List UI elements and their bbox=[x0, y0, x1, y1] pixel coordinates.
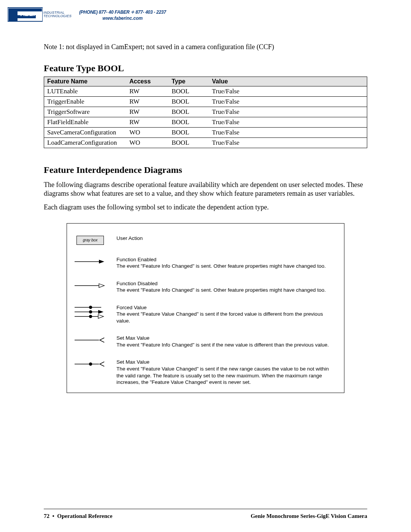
symbol-disabled-arrow-icon bbox=[75, 280, 106, 291]
faber-logo-icon: ABER bbox=[8, 7, 43, 22]
cell-value: True/False bbox=[209, 117, 367, 128]
website-line: www.faberinc.com bbox=[79, 15, 166, 21]
cell-name: SaveCameraConfiguration bbox=[44, 128, 127, 138]
cell-value: True/False bbox=[209, 107, 367, 117]
legend-desc: The event "Feature Info Changed" is sent… bbox=[116, 287, 326, 293]
legend-title: Forced Value bbox=[116, 304, 336, 311]
legend-desc: The event "Feature Info Changed" is sent… bbox=[116, 263, 326, 269]
th-type: Type bbox=[169, 77, 209, 86]
legend-desc: The event "Feature Value Changed" is sen… bbox=[116, 311, 323, 324]
gray-box-label: gray box bbox=[76, 236, 104, 245]
brand-logo: ABER INDUSTRIAL TECHNOLOGIES bbox=[8, 7, 72, 22]
svg-marker-10 bbox=[98, 310, 104, 314]
legend-row-set-max-value-2: Set Max Value The event "Feature Value C… bbox=[75, 359, 336, 385]
footer-section: Operational Reference bbox=[57, 513, 112, 519]
cell-type: BOOL bbox=[169, 86, 209, 97]
cell-type: BOOL bbox=[169, 117, 209, 128]
cell-name: TriggerEnable bbox=[44, 97, 127, 107]
svg-point-9 bbox=[89, 310, 92, 313]
legend-title: User Action bbox=[116, 235, 143, 242]
th-name: Feature Name bbox=[44, 77, 127, 86]
feature-table: Feature Name Access Type Value LUTEnable… bbox=[44, 77, 367, 148]
svg-text:ABER: ABER bbox=[20, 11, 38, 17]
legend-row-forced-value: Forced Value The event "Feature Value Ch… bbox=[75, 304, 336, 324]
legend-desc: The event "Feature Info Changed" is sent… bbox=[116, 342, 329, 348]
legend-text: Function Enabled The event "Feature Info… bbox=[116, 256, 326, 270]
svg-marker-3 bbox=[99, 260, 104, 264]
legend-text: Set Max Value The event "Feature Info Ch… bbox=[116, 335, 329, 348]
cell-access: RW bbox=[126, 107, 169, 117]
table-row: TriggerEnable RW BOOL True/False bbox=[44, 97, 367, 107]
legend-row-function-enabled: Function Enabled The event "Feature Info… bbox=[75, 256, 336, 270]
symbol-set-max-value-dot-icon bbox=[75, 359, 106, 369]
cell-type: BOOL bbox=[169, 138, 209, 148]
legend-text: User Action bbox=[116, 235, 143, 242]
svg-point-7 bbox=[89, 305, 92, 308]
th-access: Access bbox=[126, 77, 169, 86]
symbol-forced-value-icon bbox=[75, 304, 106, 320]
cell-type: BOOL bbox=[169, 128, 209, 138]
legend-title: Function Disabled bbox=[116, 280, 326, 287]
document-page: ABER INDUSTRIAL TECHNOLOGIES (PHONE) 877… bbox=[0, 0, 411, 532]
cell-type: BOOL bbox=[169, 107, 209, 117]
diagram-para-1: The following diagrams describe operatio… bbox=[44, 181, 367, 198]
legend-row-user-action: gray box User Action bbox=[75, 235, 336, 246]
diagram-para-2: Each diagram uses the following symbol s… bbox=[44, 203, 367, 212]
table-row: TriggerSoftware RW BOOL True/False bbox=[44, 107, 367, 117]
cell-access: WO bbox=[126, 128, 169, 138]
page-header: ABER INDUSTRIAL TECHNOLOGIES (PHONE) 877… bbox=[8, 7, 367, 22]
note-1: Note 1: not displayed in CamExpert; not … bbox=[44, 43, 367, 51]
cell-access: RW bbox=[126, 97, 169, 107]
section-title-diagrams: Feature Interdependence Diagrams bbox=[44, 165, 367, 175]
phone-line: (PHONE) 877- 40 FABER ✧ 877- 403 - 2237 bbox=[79, 9, 166, 15]
footer-rule bbox=[44, 509, 367, 509]
cell-type: BOOL bbox=[169, 97, 209, 107]
legend-box: gray box User Action Function Enabled Th… bbox=[67, 223, 344, 393]
symbol-set-max-value-icon bbox=[75, 335, 106, 345]
logo-line2: TECHNOLOGIES bbox=[43, 14, 72, 18]
footer-left: 72 • Operational Reference bbox=[44, 513, 112, 519]
table-row: SaveCameraConfiguration WO BOOL True/Fal… bbox=[44, 128, 367, 138]
cell-name: FlatFieldEnable bbox=[44, 117, 127, 128]
table-row: LUTEnable RW BOOL True/False bbox=[44, 86, 367, 97]
cell-value: True/False bbox=[209, 86, 367, 97]
cell-access: RW bbox=[126, 117, 169, 128]
cell-value: True/False bbox=[209, 97, 367, 107]
legend-row-set-max-value-1: Set Max Value The event "Feature Info Ch… bbox=[75, 335, 336, 348]
legend-text: Forced Value The event "Feature Value Ch… bbox=[116, 304, 336, 324]
svg-marker-13 bbox=[98, 315, 104, 318]
section-title-bool: Feature Type BOOL bbox=[44, 63, 367, 73]
symbol-enabled-arrow-icon bbox=[75, 256, 106, 267]
th-value: Value bbox=[209, 77, 367, 86]
logo-subtext: INDUSTRIAL TECHNOLOGIES bbox=[43, 11, 72, 18]
legend-title: Set Max Value bbox=[116, 335, 329, 342]
cell-value: True/False bbox=[209, 138, 367, 148]
cell-name: LoadCameraConfiguration bbox=[44, 138, 127, 148]
page-number: 72 bbox=[44, 513, 49, 519]
cell-access: WO bbox=[126, 138, 169, 148]
legend-title: Set Max Value bbox=[116, 359, 336, 366]
legend-text: Set Max Value The event "Feature Value C… bbox=[116, 359, 336, 385]
svg-point-16 bbox=[89, 363, 92, 366]
symbol-gray-box: gray box bbox=[75, 235, 106, 246]
table-header-row: Feature Name Access Type Value bbox=[44, 77, 367, 86]
footer-right: Genie Monochrome Series-GigE Vision Came… bbox=[251, 513, 367, 519]
table-row: FlatFieldEnable RW BOOL True/False bbox=[44, 117, 367, 128]
cell-name: LUTEnable bbox=[44, 86, 127, 97]
cell-value: True/False bbox=[209, 128, 367, 138]
svg-marker-5 bbox=[99, 284, 104, 288]
legend-title: Function Enabled bbox=[116, 256, 326, 263]
svg-point-12 bbox=[89, 315, 92, 318]
legend-desc: The event "Feature Value Changed" is sen… bbox=[116, 366, 329, 385]
table-row: LoadCameraConfiguration WO BOOL True/Fal… bbox=[44, 138, 367, 148]
bullet: • bbox=[53, 513, 54, 519]
contact-block: (PHONE) 877- 40 FABER ✧ 877- 403 - 2237 … bbox=[79, 9, 166, 21]
legend-row-function-disabled: Function Disabled The event "Feature Inf… bbox=[75, 280, 336, 294]
cell-access: RW bbox=[126, 86, 169, 97]
cell-name: TriggerSoftware bbox=[44, 107, 127, 117]
page-footer: 72 • Operational Reference Genie Monochr… bbox=[44, 513, 367, 519]
legend-text: Function Disabled The event "Feature Inf… bbox=[116, 280, 326, 294]
